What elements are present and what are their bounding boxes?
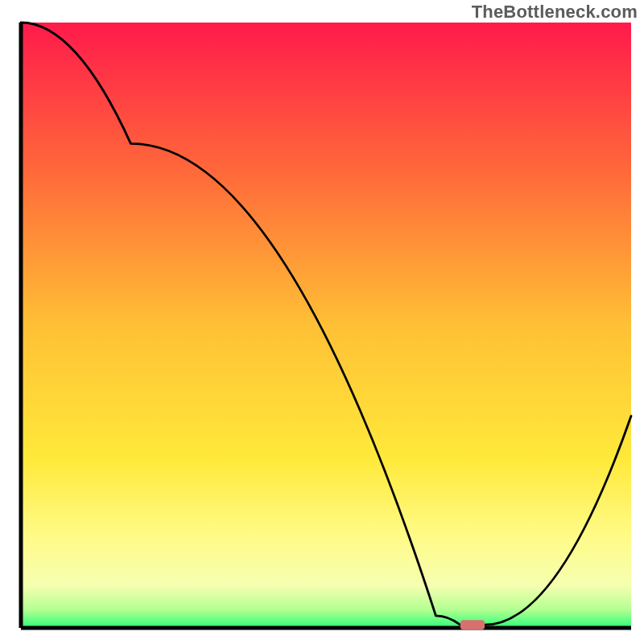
bottleneck-chart	[0, 0, 644, 644]
chart-container: TheBottleneck.com	[0, 0, 644, 644]
plot-background	[21, 23, 631, 628]
optimal-marker	[460, 620, 485, 630]
watermark-text: TheBottleneck.com	[472, 2, 638, 23]
